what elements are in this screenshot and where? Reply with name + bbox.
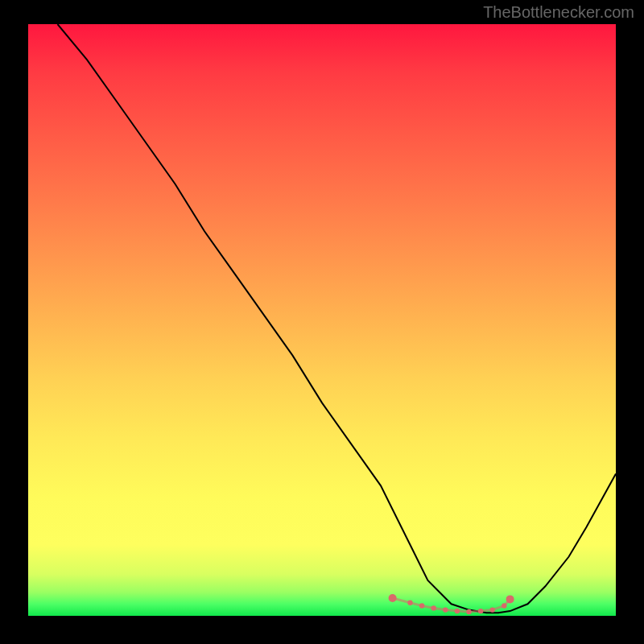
marker-dot [389, 594, 397, 602]
watermark-text: TheBottlenecker.com [483, 3, 634, 22]
marker-dot [407, 601, 412, 605]
marker-dot [419, 603, 424, 608]
marker-dot [478, 609, 483, 613]
chart-svg [28, 24, 616, 616]
marker-dot [506, 595, 514, 603]
marker-dot [455, 609, 460, 613]
plot-area [28, 24, 616, 616]
marker-dot [431, 605, 436, 610]
bottleneck-curve [58, 24, 617, 613]
marker-dot [466, 609, 471, 614]
marker-dot [502, 603, 506, 608]
marker-dot [490, 607, 495, 612]
marker-dot [443, 607, 448, 612]
curve-group [58, 24, 617, 613]
